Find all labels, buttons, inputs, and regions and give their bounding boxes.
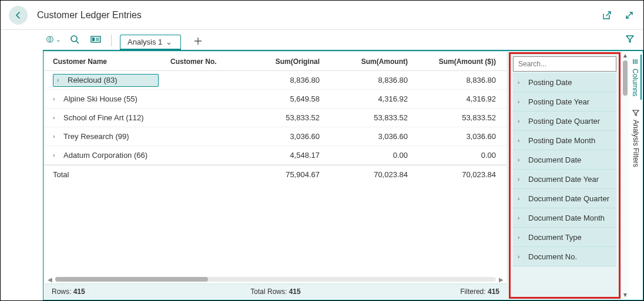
field-item[interactable]: ›Document Date Month — [513, 208, 616, 228]
field-label: Document No. — [528, 252, 577, 261]
col-customer-name[interactable]: Customer Name — [48, 58, 166, 66]
totals-v2: 70,023.84 — [412, 170, 501, 179]
field-label: Posting Date Year — [528, 97, 589, 106]
add-tab-button[interactable] — [192, 35, 204, 48]
field-item[interactable]: ›Document Date — [513, 150, 616, 170]
left-margin — [1, 30, 43, 300]
table-row[interactable]: ›Trey Research (99) 3,036.60 3,036.60 3,… — [45, 127, 507, 146]
sum-amount-usd-cell: 3,036.60 — [412, 132, 501, 141]
chevron-right-icon[interactable]: › — [53, 133, 59, 140]
filtered-value: 415 — [488, 288, 499, 296]
field-item[interactable]: ›Posting Date — [513, 73, 616, 92]
data-grid: Customer Name Customer No. Sum(Original … — [45, 52, 507, 299]
field-item[interactable]: ›Document Type — [513, 228, 616, 247]
sum-amount-cell: 8,836.80 — [324, 76, 412, 84]
totals-row: Total 75,904.67 70,023.84 70,023.84 — [45, 165, 507, 184]
field-label: Posting Date Quarter — [528, 117, 600, 126]
field-label: Posting Date — [528, 78, 572, 87]
chevron-right-icon: › — [518, 157, 525, 163]
table-row[interactable]: ›Alpine Ski House (55) 5,649.58 4,316.92… — [45, 90, 507, 109]
page-header: Customer Ledger Entries — [1, 1, 643, 30]
chevron-right-icon: › — [518, 176, 525, 182]
toolbar: ⌄ Analysis 1 ⌄ — [43, 30, 643, 50]
field-label: Document Type — [528, 233, 582, 242]
back-button[interactable] — [9, 6, 28, 25]
filtered-label: Filtered: — [460, 288, 485, 296]
table-row[interactable]: ›Adatum Corporation (66) 4,548.17 0.00 0… — [45, 146, 507, 165]
side-tab-analysis-filters[interactable]: Analysis Filters — [630, 106, 641, 171]
chevron-right-icon: › — [518, 253, 525, 260]
sum-original-cell: 53,833.52 — [236, 113, 324, 122]
collapse-icon[interactable] — [623, 9, 635, 21]
field-label: Document Date Year — [528, 175, 599, 184]
total-rows-value: 415 — [289, 288, 301, 296]
status-bar: Rows: 415 Total Rows: 415 Filtered: 415 — [45, 283, 507, 299]
col-customer-no[interactable]: Customer No. — [166, 58, 236, 66]
field-item[interactable]: ›Posting Date Year — [513, 92, 616, 111]
customer-name-cell: Adatum Corporation (66) — [63, 151, 147, 160]
chevron-right-icon: › — [518, 234, 525, 241]
chevron-down-icon: ⌄ — [166, 38, 172, 46]
filter-icon[interactable] — [625, 34, 635, 43]
field-label: Document Date Month — [528, 214, 605, 222]
svg-point-2 — [71, 36, 77, 42]
svg-rect-4 — [92, 38, 95, 41]
customer-name-cell: School of Fine Art (112) — [63, 113, 144, 122]
chevron-right-icon[interactable]: › — [57, 77, 63, 83]
grid-header: Customer Name Customer No. Sum(Original … — [45, 52, 507, 71]
customer-name-cell: Relecloud (83) — [68, 76, 118, 84]
chevron-right-icon: › — [518, 137, 525, 144]
field-panel: ›Posting Date›Posting Date Year›Posting … — [509, 52, 620, 299]
rows-value: 415 — [73, 288, 85, 296]
sum-original-cell: 5,649.58 — [236, 94, 324, 103]
horizontal-scrollbar[interactable]: ◀ ▶ — [45, 275, 507, 283]
tab-label: Analysis 1 — [128, 38, 162, 46]
body: ⌄ Analysis 1 ⌄ Customer Name — [1, 30, 643, 300]
chevron-right-icon: › — [518, 215, 525, 221]
field-label: Document Date — [528, 155, 581, 164]
sum-original-cell: 4,548.17 — [236, 151, 324, 160]
table-row[interactable]: ›School of Fine Art (112) 53,833.52 53,8… — [45, 109, 507, 127]
totals-label: Total — [48, 170, 166, 179]
tab-analysis-1[interactable]: Analysis 1 ⌄ — [120, 35, 181, 50]
col-sum-amount[interactable]: Sum(Amount) — [324, 58, 412, 66]
field-item[interactable]: ›Document No. — [513, 247, 616, 266]
sum-amount-usd-cell: 53,833.52 — [412, 113, 501, 122]
col-sum-amount-usd[interactable]: Sum(Amount ($)) — [412, 58, 501, 66]
view-icon[interactable] — [89, 32, 103, 46]
field-item[interactable]: ›Document Date Quarter — [513, 189, 616, 208]
vertical-scrollbar[interactable]: ▲ ▼ — [622, 51, 629, 300]
col-sum-original[interactable]: Sum(Original — [236, 58, 324, 66]
sum-original-cell: 8,836.80 — [236, 76, 324, 84]
chevron-right-icon[interactable]: › — [53, 96, 59, 102]
chevron-right-icon[interactable]: › — [53, 152, 59, 158]
sum-amount-usd-cell: 0.00 — [412, 151, 501, 160]
rows-label: Rows: — [52, 288, 71, 296]
customer-name-cell: Trey Research (99) — [63, 132, 129, 141]
sum-original-cell: 3,036.60 — [236, 132, 324, 141]
share-icon[interactable] — [601, 9, 613, 21]
search-icon[interactable] — [68, 32, 82, 46]
field-search[interactable] — [513, 56, 616, 72]
chevron-right-icon: › — [518, 99, 525, 105]
chevron-right-icon: › — [518, 118, 525, 124]
total-rows-label: Total Rows: — [250, 288, 287, 296]
side-tab-columns[interactable]: Columns — [630, 55, 642, 100]
field-item[interactable]: ›Posting Date Month — [513, 131, 616, 150]
sum-amount-cell: 3,036.60 — [324, 132, 412, 141]
sum-amount-usd-cell: 4,316.92 — [412, 94, 501, 103]
sum-amount-cell: 53,833.52 — [324, 113, 412, 122]
chevron-right-icon: › — [518, 195, 525, 202]
chevron-right-icon[interactable]: › — [53, 114, 59, 121]
field-item[interactable]: ›Posting Date Quarter — [513, 111, 616, 131]
field-label: Document Date Quarter — [528, 194, 609, 203]
totals-v1: 70,023.84 — [324, 170, 412, 179]
pivot-icon[interactable]: ⌄ — [46, 32, 61, 46]
field-label: Posting Date Month — [528, 136, 595, 145]
search-input[interactable] — [517, 59, 612, 69]
sum-amount-cell: 4,316.92 — [324, 94, 412, 103]
field-item[interactable]: ›Document Date Year — [513, 170, 616, 189]
chevron-right-icon: › — [518, 79, 525, 86]
customer-name-cell: Alpine Ski House (55) — [63, 94, 137, 103]
table-row[interactable]: ›Relecloud (83) 8,836.80 8,836.80 8,836.… — [45, 71, 507, 90]
